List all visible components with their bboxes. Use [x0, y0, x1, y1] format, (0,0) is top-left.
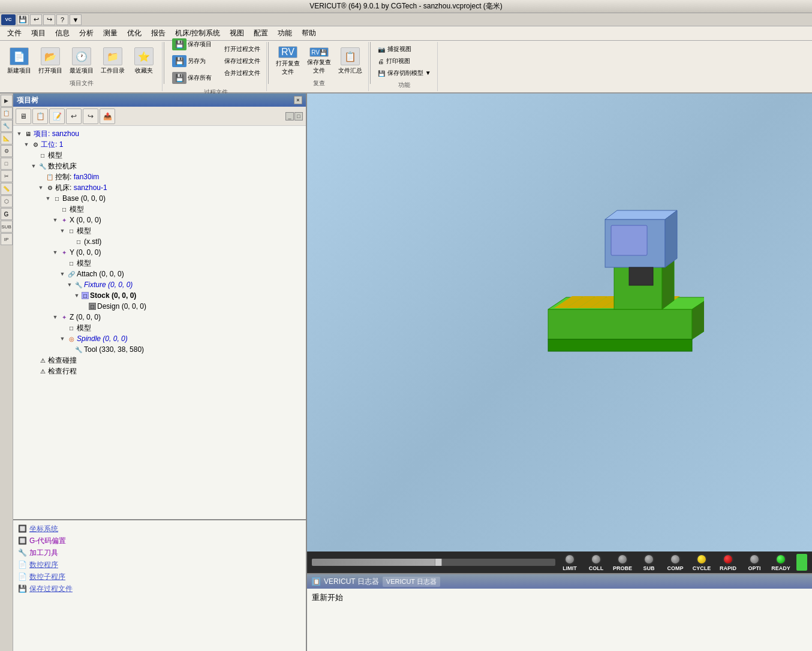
- bottom-nc-sub[interactable]: 📄 数控子程序: [16, 571, 303, 583]
- expander[interactable]: ▼: [52, 216, 59, 224]
- save-project-button[interactable]: 💾 保存项目: [169, 37, 215, 52]
- menu-measure[interactable]: 测量: [98, 27, 122, 40]
- tree-row-model-y[interactable]: □ 模型: [13, 258, 306, 269]
- menu-help[interactable]: 帮助: [297, 27, 321, 40]
- expander[interactable]: ▼: [30, 162, 37, 170]
- tree-tb-new[interactable]: 🖥: [16, 108, 31, 124]
- log-tab[interactable]: VERICUT 日志器: [383, 577, 440, 587]
- menu-report[interactable]: 报告: [146, 27, 170, 40]
- qa-dropdown[interactable]: ▼: [70, 14, 82, 25]
- qa-save[interactable]: 💾: [17, 14, 29, 25]
- progress-bar-container[interactable]: [312, 559, 555, 566]
- menu-project[interactable]: 项目: [26, 27, 50, 40]
- bottom-save-process[interactable]: 💾 保存过程文件: [16, 583, 303, 595]
- tree-row-fixture[interactable]: ▼ 🔧 Fixture (0, 0, 0): [13, 279, 306, 290]
- sidebar-icon-sub[interactable]: SUB: [1, 221, 13, 233]
- expander[interactable]: ▼: [66, 281, 73, 288]
- qa-undo[interactable]: ↩: [30, 14, 42, 25]
- open-project-button[interactable]: 📂 打开项目: [36, 46, 65, 77]
- sidebar-icon-5[interactable]: ⚙: [1, 145, 13, 157]
- doc-summary-button[interactable]: 📋 文件汇总: [336, 46, 365, 77]
- sidebar-icon-3[interactable]: 🔧: [1, 120, 13, 132]
- save-as-button[interactable]: 💾 另存为: [169, 53, 215, 69]
- tree-row-stock[interactable]: ▼ □ Stock (0, 0, 0): [13, 290, 306, 301]
- collect-button[interactable]: ⭐ 收藏夹: [130, 46, 158, 77]
- expander[interactable]: [30, 152, 37, 159]
- tree-row-model-x[interactable]: ▼ □ 模型: [13, 225, 306, 236]
- expander[interactable]: ▼: [44, 195, 52, 202]
- expander[interactable]: ▼: [59, 335, 66, 342]
- tree-row-model-base[interactable]: □ 模型: [13, 204, 306, 215]
- tree-row-design[interactable]: □ Design (0, 0, 0): [13, 301, 306, 312]
- recent-project-button[interactable]: 🕐 最近项目: [67, 46, 96, 77]
- tree-tb-undo[interactable]: ↩: [66, 108, 82, 124]
- sidebar-icon-g[interactable]: G: [1, 208, 13, 220]
- tree-row-z-axis[interactable]: ▼ ✦ Z (0, 0, 0): [13, 312, 306, 323]
- sidebar-icon-6[interactable]: □: [1, 158, 13, 170]
- sidebar-icon-2[interactable]: 📋: [1, 107, 13, 119]
- tree-row-xstl[interactable]: □ (x.stl): [13, 236, 306, 247]
- menu-optimize[interactable]: 优化: [122, 27, 146, 40]
- tree-tb-open[interactable]: 📋: [32, 108, 48, 124]
- tree-row-model-z[interactable]: □ 模型: [13, 323, 306, 333]
- expander[interactable]: ▼: [37, 184, 44, 191]
- bottom-add-tool[interactable]: 🔧 加工刀具: [16, 547, 303, 559]
- open-review-button[interactable]: RV 打开复查文件: [273, 46, 302, 77]
- tree-row-check-travel[interactable]: ⚠ 检查行程: [13, 366, 306, 376]
- tree-row-project[interactable]: ▼ 🖥 项目: sanzhou: [13, 128, 306, 139]
- sidebar-icon-7[interactable]: ✂: [1, 170, 13, 182]
- workdir-button[interactable]: 📁 工作目录: [98, 46, 127, 77]
- sidebar-icon-9[interactable]: ⬡: [1, 195, 13, 207]
- sidebar-icon-ip[interactable]: IP: [1, 233, 13, 245]
- tree-tb-redo[interactable]: ↪: [83, 108, 98, 124]
- tree-row-x-axis[interactable]: ▼ ✦ X (0, 0, 0): [13, 215, 306, 225]
- viewport-3d[interactable]: [307, 94, 812, 551]
- tree-row-control[interactable]: 📋 控制: fan30im: [13, 171, 306, 182]
- menu-analysis[interactable]: 分析: [74, 27, 98, 40]
- save-review-button[interactable]: RV💾 保存复查文件: [305, 46, 333, 77]
- qa-help[interactable]: ?: [56, 14, 68, 25]
- progress-thumb[interactable]: [435, 559, 442, 566]
- bottom-gcode[interactable]: 🔲 G-代码偏置: [16, 535, 303, 547]
- tree-content[interactable]: ▼ 🖥 项目: sanzhou ▼ ⚙ 工位: 1 □ 模型: [13, 126, 306, 519]
- tree-tb-save[interactable]: 📝: [49, 108, 65, 124]
- new-project-button[interactable]: 📄 新建项目: [5, 46, 34, 77]
- panel-minimize[interactable]: _: [285, 112, 294, 120]
- bottom-nc-program[interactable]: 📄 数控程序: [16, 559, 303, 571]
- expander[interactable]: ▼: [73, 292, 80, 299]
- save-all-button[interactable]: 💾 保存所有: [169, 70, 215, 86]
- menu-file[interactable]: 文件: [2, 27, 26, 40]
- open-process-button[interactable]: 打开过程文件: [222, 44, 263, 55]
- tree-row-tool[interactable]: 🔧 Tool (330, 38, 580): [13, 344, 306, 355]
- expander[interactable]: ▼: [16, 130, 23, 137]
- expander[interactable]: ▼: [52, 314, 59, 321]
- sidebar-icon-8[interactable]: 📏: [1, 183, 13, 195]
- capture-view-button[interactable]: 📷 捕捉视图: [375, 44, 434, 55]
- menu-function[interactable]: 功能: [273, 27, 297, 40]
- tree-row-check-collision[interactable]: ⚠ 检查碰撞: [13, 355, 306, 366]
- tree-row-cnc[interactable]: ▼ 🔧 数控机床: [13, 161, 306, 171]
- save-cut-button[interactable]: 💾 保存切削模型 ▼: [375, 68, 434, 79]
- print-view-button[interactable]: 🖨 打印视图: [375, 56, 434, 67]
- tree-row-workstation[interactable]: ▼ ⚙ 工位: 1: [13, 139, 306, 150]
- tree-row-base[interactable]: ▼ □ Base (0, 0, 0): [13, 193, 306, 204]
- tree-row-attach[interactable]: ▼ 🔗 Attach (0, 0, 0): [13, 269, 306, 279]
- tree-row-y-axis[interactable]: ▼ ✦ Y (0, 0, 0): [13, 247, 306, 258]
- merge-process-button[interactable]: 合并过程文件: [222, 68, 263, 79]
- bottom-coord[interactable]: 🔲 坐标系统: [16, 523, 303, 535]
- tree-panel-close[interactable]: ×: [294, 96, 302, 104]
- qa-redo[interactable]: ↪: [43, 14, 55, 25]
- tree-row-model-top[interactable]: □ 模型: [13, 150, 306, 161]
- panel-maximize[interactable]: □: [294, 112, 303, 120]
- expander[interactable]: ▼: [23, 141, 30, 148]
- tree-row-spindle[interactable]: ▼ ◎ Spindle (0, 0, 0): [13, 333, 306, 344]
- expander[interactable]: ▼: [59, 227, 66, 234]
- save-process-button[interactable]: 保存过程文件: [222, 56, 263, 67]
- expander[interactable]: ▼: [59, 270, 66, 278]
- sidebar-icon-1[interactable]: ▶: [1, 95, 13, 107]
- tree-row-machine[interactable]: ▼ ⚙ 机床: sanzhou-1: [13, 182, 306, 193]
- expander[interactable]: ▼: [52, 249, 59, 256]
- tree-tb-export[interactable]: 📤: [100, 108, 115, 124]
- menu-info[interactable]: 信息: [50, 27, 74, 40]
- sidebar-icon-4[interactable]: 📐: [1, 132, 13, 144]
